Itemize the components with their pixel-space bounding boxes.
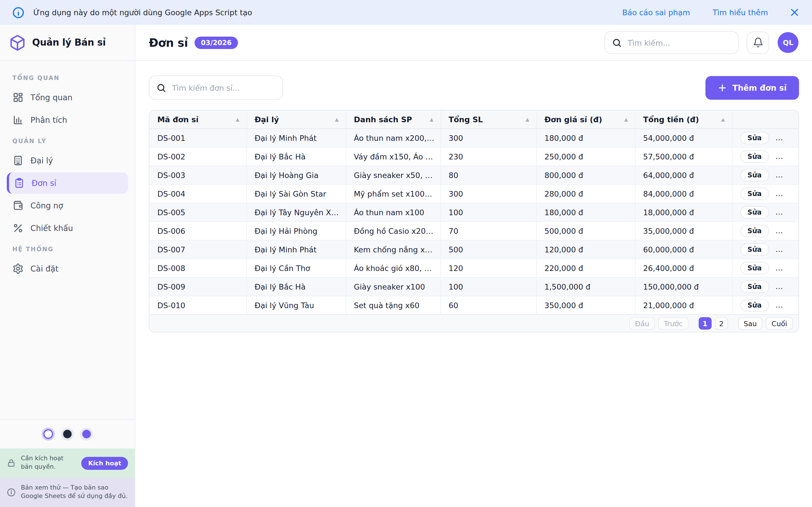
report-abuse-link[interactable]: Báo cáo sai phạm (622, 8, 690, 17)
pagination-bar: Đầu Trước 1 2 Sau Cuối (149, 314, 799, 332)
cell-order-id: DS-003 (149, 166, 246, 184)
avatar[interactable]: QL (777, 32, 799, 53)
edit-button[interactable]: Sửa (740, 169, 769, 181)
cell-price: 350,000 đ (536, 296, 635, 314)
pagination-last-button[interactable]: Cuối (766, 317, 793, 330)
app-title: Quản lý Bán sỉ (32, 37, 106, 48)
cell-agent: Đại lý Bắc Hà (246, 147, 346, 166)
sort-asc-icon: ▲ (624, 117, 628, 122)
edit-button[interactable]: Sửa (740, 131, 769, 144)
close-icon[interactable] (790, 7, 800, 17)
delete-button[interactable]: Xoá (775, 131, 799, 144)
theme-switcher (0, 419, 135, 448)
pagination-page-2[interactable]: 2 (715, 317, 728, 330)
table-body: DS-001 Đại lý Minh Phát Áo thun nam x200… (149, 128, 799, 314)
global-search-input[interactable] (627, 38, 731, 47)
cell-products: Set quà tặng x60 (346, 296, 441, 314)
learn-more-link[interactable]: Tìm hiểu thêm (713, 8, 768, 17)
cell-order-id: DS-010 (149, 296, 246, 314)
delete-button[interactable]: Xoá (775, 169, 799, 181)
table-row: DS-010 Đại lý Vũng Tàu Set quà tặng x60 … (149, 296, 799, 314)
search-icon (612, 38, 622, 48)
sidebar-item-don-si[interactable]: Đơn sỉ (7, 172, 128, 194)
cell-price: 220,000 đ (536, 259, 635, 277)
delete-button[interactable]: Xoá (775, 187, 799, 200)
edit-button[interactable]: Sửa (740, 187, 769, 200)
gas-warning-banner: Ứng dụng này do một người dùng Google Ap… (0, 0, 812, 25)
sidebar-item-phan-tich[interactable]: Phân tích (7, 109, 128, 131)
edit-button[interactable]: Sửa (740, 299, 769, 312)
delete-button[interactable]: Xoá (775, 150, 799, 163)
info-circle-icon (7, 488, 16, 497)
pagination-next-button[interactable]: Sau (738, 317, 762, 330)
section-label-overview: TỔNG QUAN (7, 69, 128, 86)
theme-color-dot[interactable] (82, 429, 91, 439)
sidebar-item-tong-quan[interactable]: Tổng quan (7, 87, 128, 108)
column-header-qty[interactable]: Tổng SL▲ (441, 110, 536, 128)
cell-actions: Sửa Xoá (732, 296, 799, 314)
column-header-agent[interactable]: Đại lý▲ (246, 110, 346, 128)
cell-price: 800,000 đ (536, 166, 635, 184)
table-row: DS-003 Đại lý Hoàng Gia Giày sneaker x50… (149, 166, 799, 184)
delete-button[interactable]: Xoá (775, 224, 799, 237)
column-header-price[interactable]: Đơn giá sỉ (đ)▲ (536, 110, 635, 128)
cell-qty: 300 (441, 128, 536, 147)
edit-button[interactable]: Sửa (740, 150, 769, 163)
cell-products: Áo thun nam x100 (346, 203, 441, 221)
cell-actions: Sửa Xoá (732, 184, 799, 203)
cube-logo-icon (9, 34, 26, 51)
add-order-label: Thêm đơn sỉ (732, 83, 786, 92)
table-row: DS-005 Đại lý Tây Nguyên Xanh Áo thun na… (149, 203, 799, 221)
delete-button[interactable]: Xoá (775, 262, 799, 274)
theme-color-dot[interactable] (43, 429, 53, 439)
cell-agent: Đại lý Tây Nguyên Xanh (246, 203, 346, 221)
cell-actions: Sửa Xoá (732, 166, 799, 184)
sidebar: Quản lý Bán sỉ TỔNG QUAN Tổng quan Phân … (0, 25, 135, 507)
edit-button[interactable]: Sửa (740, 224, 769, 237)
cell-products: Kem chống nắng x500 (346, 240, 441, 259)
column-header-products[interactable]: Danh sách SP▲ (346, 110, 441, 128)
theme-color-dot[interactable] (63, 429, 72, 439)
cell-agent: Đại lý Cần Thơ (246, 259, 346, 277)
edit-button[interactable]: Sửa (740, 280, 769, 293)
delete-button[interactable]: Xoá (775, 299, 799, 312)
edit-button[interactable]: Sửa (740, 262, 769, 274)
sidebar-item-dai-ly[interactable]: Đại lý (7, 150, 128, 171)
global-search[interactable] (605, 31, 739, 54)
preview-notice: Bản xem thử — Tạo bản sao Google Sheets … (0, 478, 135, 507)
add-order-button[interactable]: Thêm đơn sỉ (705, 76, 799, 100)
delete-button[interactable]: Xoá (775, 243, 799, 256)
pagination-prev-button[interactable]: Trước (658, 317, 689, 330)
cell-agent: Đại lý Minh Phát (246, 240, 346, 259)
sidebar-item-cai-dat[interactable]: Cài đặt (7, 258, 128, 279)
order-search-input[interactable] (172, 83, 276, 92)
pagination-page-1[interactable]: 1 (698, 317, 711, 330)
cell-agent: Đại lý Bắc Hà (246, 277, 346, 296)
sidebar-item-label: Đại lý (31, 156, 53, 165)
sidebar-item-cong-no[interactable]: Công nợ (7, 195, 128, 216)
preview-notice-text: Bản xem thử — Tạo bản sao Google Sheets … (21, 484, 128, 501)
cell-products: Mỹ phẩm set x100, Son... (346, 184, 441, 203)
sidebar-item-chiet-khau[interactable]: Chiết khấu (7, 217, 128, 239)
delete-button[interactable]: Xoá (775, 280, 799, 293)
sort-asc-icon: ▲ (236, 117, 239, 122)
pagination-first-button[interactable]: Đầu (629, 317, 655, 330)
edit-button[interactable]: Sửa (740, 206, 769, 218)
edit-button[interactable]: Sửa (740, 243, 769, 256)
dashboard-icon (12, 92, 24, 103)
cell-agent: Đại lý Sài Gòn Star (246, 184, 346, 203)
delete-button[interactable]: Xoá (775, 206, 799, 218)
order-search[interactable] (149, 75, 283, 100)
column-header-id[interactable]: Mã đơn sỉ▲ (149, 110, 246, 128)
activate-button[interactable]: Kích hoạt (82, 457, 128, 469)
orders-table-card: Mã đơn sỉ▲ Đại lý▲ Danh sách SP▲ Tổng SL… (149, 110, 799, 332)
column-header-total[interactable]: Tổng tiền (đ)▲ (635, 110, 732, 128)
sidebar-item-label: Phân tích (31, 115, 67, 124)
cell-order-id: DS-007 (149, 240, 246, 259)
cell-order-id: DS-005 (149, 203, 246, 221)
sort-asc-icon: ▲ (335, 117, 339, 122)
notifications-button[interactable] (747, 31, 769, 54)
cell-products: Áo khoác gió x80, Balo... (346, 259, 441, 277)
cell-actions: Sửa Xoá (732, 203, 799, 221)
sidebar-nav: TỔNG QUAN Tổng quan Phân tích QUẢN LÝ (0, 61, 135, 419)
